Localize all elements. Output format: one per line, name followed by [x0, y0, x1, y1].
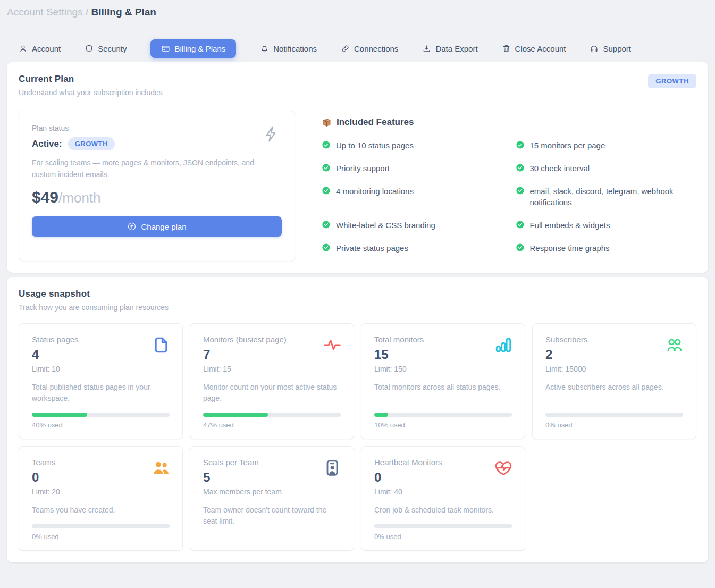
- progress-section: 40% used: [32, 404, 170, 429]
- usage-card-seats-per-team: Seats per Team 5 Max members per team Te…: [190, 446, 354, 551]
- percent-used-label: 0% used: [545, 421, 683, 429]
- check-circle-icon: [322, 140, 331, 149]
- credit-card-icon: [161, 44, 170, 53]
- usage-title: Usage snapshot: [19, 289, 169, 299]
- percent-used-label: 0% used: [32, 533, 170, 541]
- feature-item: Response time graphs: [516, 242, 697, 254]
- tab-billing-plans[interactable]: Billing & Plans: [150, 39, 236, 58]
- check-circle-icon: [516, 243, 525, 252]
- page-title: Billing & Plan: [91, 6, 156, 18]
- users-outline-icon: [665, 335, 684, 355]
- usage-card-total-monitors: Total monitors 15 Limit: 150 Total monit…: [361, 323, 525, 439]
- progress-bar: [203, 413, 341, 417]
- progress-fill: [32, 413, 87, 417]
- usage-card-teams: Teams 0 Limit: 20 Teams you have created…: [19, 446, 183, 551]
- percent-used-label: 0% used: [374, 533, 512, 541]
- feature-item: 30 check interval: [516, 163, 697, 174]
- progress-bar: [545, 413, 683, 417]
- shield-icon: [85, 44, 94, 53]
- plan-price: $49: [32, 188, 58, 206]
- plan-status-value: Active:: [32, 139, 62, 149]
- bell-icon: [260, 44, 269, 53]
- check-circle-icon: [516, 220, 525, 229]
- feature-item: Full embeds & widgets: [516, 220, 697, 231]
- progress-fill: [203, 413, 268, 417]
- link-icon: [341, 44, 350, 53]
- trash-icon: [502, 44, 511, 53]
- progress-bar: [32, 524, 170, 528]
- plan-status-label: Plan status: [32, 124, 282, 132]
- feature-item: White-label & CSS branding: [322, 220, 503, 231]
- percent-used-label: 10% used: [374, 421, 512, 429]
- activity-icon: [323, 335, 342, 355]
- plan-description: For scaling teams — more pages & monitor…: [32, 157, 260, 180]
- plan-status-badge: GROWTH: [68, 137, 115, 150]
- check-circle-icon: [516, 163, 525, 172]
- usage-subtitle: Track how you are consuming plan resourc…: [19, 303, 169, 312]
- tab-support[interactable]: Support: [590, 39, 631, 58]
- arrow-up-circle-icon: [127, 222, 137, 231]
- progress-bar: [374, 413, 512, 417]
- current-plan-subtitle: Understand what your subscription includ…: [19, 88, 163, 97]
- zap-icon: [263, 124, 281, 144]
- progress-section: 47% used: [203, 404, 341, 429]
- file-icon: [152, 335, 171, 355]
- package-icon: [322, 117, 332, 128]
- id-badge-icon: [323, 458, 342, 477]
- feature-item: 15 monitors per page: [516, 140, 697, 152]
- feature-item: Up to 10 status pages: [322, 140, 503, 152]
- tab-bar: Account Security Billing & Plans Notific…: [7, 39, 708, 58]
- usage-card-heartbeat-monitors: Heartbeat Monitors 0 Limit: 40 Cron job …: [361, 446, 525, 551]
- plan-period: /month: [58, 190, 101, 206]
- feature-item: Priority support: [322, 163, 503, 174]
- check-circle-icon: [516, 186, 525, 195]
- feature-item: Private status pages: [322, 242, 503, 254]
- heart-pulse-icon: [494, 458, 513, 477]
- breadcrumb-separator: /: [86, 6, 88, 18]
- plan-status-card: Plan status Active: GROWTH For scaling t…: [19, 111, 295, 261]
- check-circle-icon: [322, 243, 331, 252]
- percent-used-label: 40% used: [32, 421, 170, 429]
- usage-card-subscribers: Subscribers 2 Limit: 15000 Active subscr…: [532, 323, 696, 439]
- usage-card-status-pages: Status pages 4 Limit: 10 Total published…: [19, 323, 183, 439]
- included-features: Included Features Up to 10 status pages …: [322, 111, 696, 254]
- progress-fill: [374, 413, 388, 417]
- breadcrumb-section[interactable]: Account Settings: [7, 6, 83, 18]
- check-circle-icon: [322, 220, 331, 229]
- tab-notifications[interactable]: Notifications: [260, 39, 317, 58]
- plan-badge: GROWTH: [648, 74, 696, 88]
- check-circle-icon: [322, 186, 331, 195]
- user-icon: [19, 44, 28, 53]
- progress-bar: [32, 413, 170, 417]
- progress-section: 10% used: [374, 404, 512, 429]
- usage-card-monitors-busiest-page: Monitors (busiest page) 7 Limit: 15 Moni…: [190, 323, 354, 439]
- tab-account[interactable]: Account: [19, 39, 61, 58]
- progress-section: 0% used: [545, 404, 683, 429]
- check-circle-icon: [516, 140, 525, 149]
- headset-icon: [590, 44, 599, 53]
- progress-section: 0% used: [374, 516, 512, 541]
- percent-used-label: 47% used: [203, 421, 341, 429]
- current-plan-panel: Current Plan Understand what your subscr…: [7, 62, 708, 273]
- download-icon: [422, 44, 431, 53]
- tab-connections[interactable]: Connections: [341, 39, 398, 58]
- users-filled-icon: [152, 458, 171, 477]
- plan-price-row: $49/month: [32, 188, 282, 206]
- features-title: Included Features: [337, 117, 414, 128]
- tab-data-export[interactable]: Data Export: [422, 39, 477, 58]
- check-circle-icon: [322, 163, 331, 172]
- feature-item: 4 monitoring locations: [322, 186, 503, 209]
- features-grid: Up to 10 status pages 15 monitors per pa…: [322, 140, 696, 254]
- usage-grid: Status pages 4 Limit: 10 Total published…: [19, 323, 696, 551]
- feature-item: email, slack, discord, telegram, webhook…: [516, 186, 697, 209]
- change-plan-button[interactable]: Change plan: [32, 216, 282, 237]
- tab-close-account[interactable]: Close Account: [502, 39, 566, 58]
- usage-snapshot-panel: Usage snapshot Track how you are consumi…: [7, 277, 708, 562]
- current-plan-title: Current Plan: [19, 74, 163, 85]
- bar-chart-icon: [494, 335, 513, 355]
- progress-bar: [374, 524, 512, 528]
- breadcrumb: Account Settings / Billing & Plan: [7, 0, 708, 18]
- tab-security[interactable]: Security: [85, 39, 127, 58]
- progress-section: 0% used: [32, 516, 170, 541]
